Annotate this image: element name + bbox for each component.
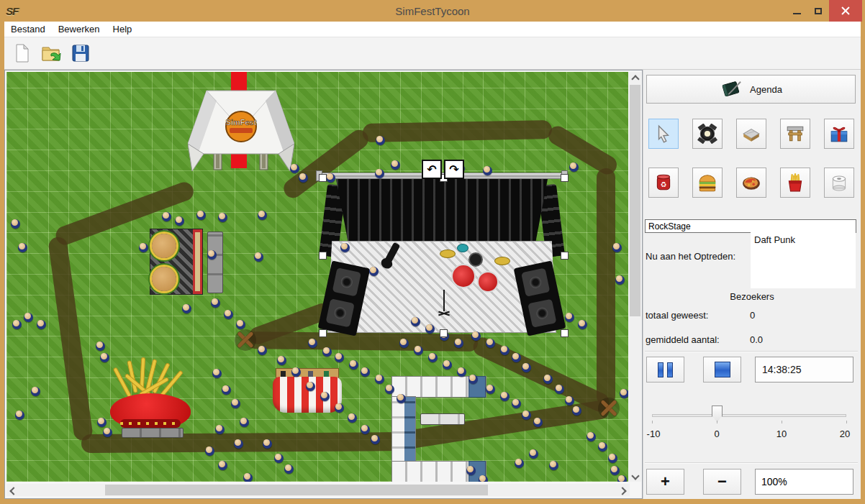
plus-icon: + xyxy=(661,472,670,491)
slider-tick xyxy=(652,421,653,423)
selection-handle[interactable] xyxy=(319,329,327,337)
scroll-down-icon xyxy=(631,472,639,480)
rotate-right-icon: ↷ xyxy=(449,164,458,175)
clock-value: 14:38:25 xyxy=(762,364,802,375)
selection-handle[interactable] xyxy=(561,252,569,260)
pause-icon xyxy=(658,362,673,377)
tool-road-tile[interactable] xyxy=(736,119,766,149)
minus-icon: − xyxy=(717,472,727,491)
handles-layer xyxy=(6,72,628,482)
maximize-button[interactable] xyxy=(807,0,829,22)
burger-icon xyxy=(697,173,717,193)
now-performing-label: Nu aan het Optreden: xyxy=(646,251,735,262)
svg-text:♻: ♻ xyxy=(661,180,667,188)
canvas-vertical-scrollbar[interactable] xyxy=(629,72,641,482)
separator xyxy=(645,351,858,352)
toolbar xyxy=(4,37,861,70)
minimize-button[interactable] xyxy=(786,0,807,22)
tool-trash-can[interactable]: ♻ xyxy=(648,168,679,198)
window-title: SimFestTycoon xyxy=(0,5,865,17)
titlebar: SF SimFestTycoon xyxy=(0,0,865,22)
zoom-in-button[interactable]: + xyxy=(646,469,684,495)
slider-label-10: 10 xyxy=(776,429,787,439)
total-visitors-value: 0 xyxy=(750,310,755,321)
clock-display: 14:38:25 xyxy=(755,357,853,382)
rotate-right-button[interactable]: ↷ xyxy=(444,160,464,179)
tool-burger-stand[interactable] xyxy=(692,168,723,198)
scroll-up-icon xyxy=(631,75,639,83)
pause-button[interactable] xyxy=(646,357,684,382)
new-file-button[interactable] xyxy=(9,41,34,65)
selection-handle[interactable] xyxy=(319,174,327,182)
tool-entrance-gate[interactable] xyxy=(780,119,810,149)
entrance-gate-icon xyxy=(785,124,805,144)
rotate-left-icon: ↶ xyxy=(427,164,436,175)
new-file-icon xyxy=(11,42,32,64)
content-area: SimFest xyxy=(4,70,861,499)
average-visitors-value: 0.0 xyxy=(750,334,763,345)
menu-bewerken[interactable]: Bewerken xyxy=(52,22,107,36)
stop-icon xyxy=(715,362,730,377)
slider-label-0: 0 xyxy=(714,429,719,439)
cursor-icon xyxy=(653,124,674,144)
average-visitors-label: gemiddeld aantal: xyxy=(646,334,720,345)
vertical-scroll-thumb[interactable] xyxy=(630,85,640,316)
agenda-label: Agenda xyxy=(750,84,782,95)
gift-icon xyxy=(829,124,849,144)
now-performing-box: Daft Punk xyxy=(751,232,856,288)
selection-handle[interactable] xyxy=(319,252,327,260)
speed-slider-thumb[interactable] xyxy=(712,406,723,422)
stop-button[interactable] xyxy=(703,357,741,382)
save-floppy-icon xyxy=(70,42,91,64)
tool-toilet[interactable] xyxy=(824,168,854,198)
menu-bestand[interactable]: Bestand xyxy=(4,22,52,36)
separator xyxy=(645,462,858,464)
close-icon xyxy=(841,6,850,15)
scroll-left-button[interactable] xyxy=(6,485,19,495)
total-visitors-label: totaal geweest: xyxy=(646,310,708,321)
festival-map-canvas[interactable]: SimFest xyxy=(4,70,643,499)
side-panel: Agenda xyxy=(643,70,861,499)
tool-pizza-stand[interactable] xyxy=(736,168,766,198)
scroll-right-button[interactable] xyxy=(617,485,630,495)
now-performing-value: Daft Punk xyxy=(754,234,795,245)
selection-handle[interactable] xyxy=(561,174,569,182)
scroll-down-button[interactable] xyxy=(629,471,641,482)
rotate-left-button[interactable]: ↶ xyxy=(422,160,442,179)
slider-tick xyxy=(782,421,782,423)
zoom-out-button[interactable]: − xyxy=(703,469,741,495)
pizza-icon xyxy=(741,173,761,193)
tool-spotlight[interactable] xyxy=(692,119,723,149)
grass-field[interactable]: SimFest xyxy=(6,72,628,482)
slider-tick xyxy=(717,421,717,423)
app-window: SF SimFestTycoon Bestand Bewerken Help xyxy=(0,0,865,504)
stage-name-input[interactable] xyxy=(645,219,856,233)
horizontal-scroll-thumb[interactable] xyxy=(105,485,488,495)
minimize-icon xyxy=(793,13,801,14)
slider-label-min: -10 xyxy=(647,429,661,439)
open-folder-icon xyxy=(40,42,62,64)
zoom-level-input[interactable] xyxy=(755,469,853,495)
fries-icon xyxy=(785,173,805,193)
road-tile-icon xyxy=(741,124,761,144)
maximize-icon xyxy=(815,8,822,14)
selection-handle[interactable] xyxy=(440,329,448,337)
scroll-right-icon xyxy=(618,487,626,495)
close-button[interactable] xyxy=(829,0,862,22)
agenda-button[interactable]: Agenda xyxy=(646,75,856,104)
selection-handle[interactable] xyxy=(561,329,569,337)
slider-tick xyxy=(846,421,847,423)
scroll-left-icon xyxy=(9,487,17,495)
scroll-up-button[interactable] xyxy=(629,72,641,83)
tool-fries-stand[interactable] xyxy=(780,168,810,198)
spotlight-icon xyxy=(697,124,717,144)
open-file-button[interactable] xyxy=(39,41,63,65)
tool-gift[interactable] xyxy=(824,119,854,149)
visitors-header: Bezoekers xyxy=(643,291,861,302)
menu-help[interactable]: Help xyxy=(107,22,139,36)
canvas-horizontal-scrollbar[interactable] xyxy=(6,484,630,496)
speed-slider-track[interactable] xyxy=(652,414,846,417)
tool-select-cursor[interactable] xyxy=(648,119,679,149)
toilet-paper-icon xyxy=(829,173,849,193)
save-button[interactable] xyxy=(68,41,93,65)
